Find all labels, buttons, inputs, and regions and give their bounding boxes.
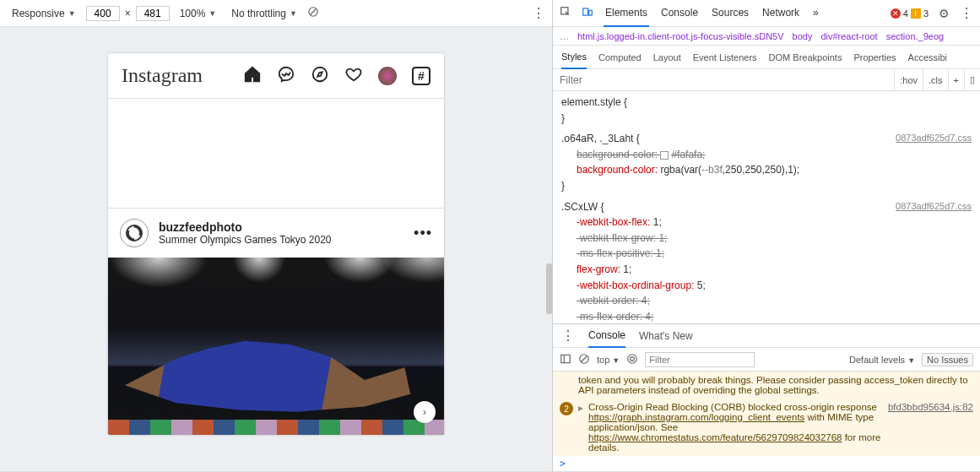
- messenger-icon[interactable]: [277, 65, 295, 86]
- zoom-select[interactable]: 100% ▼: [175, 6, 222, 21]
- styles-pane[interactable]: element.style { } 0873adf625d7.css .o64a…: [553, 91, 980, 323]
- error-count[interactable]: ✕4 !3: [891, 8, 929, 19]
- css-selector[interactable]: element.style {: [561, 95, 972, 111]
- console-link[interactable]: https://www.chromestatus.com/feature/562…: [588, 432, 842, 442]
- drawer-tab-console[interactable]: Console: [588, 324, 625, 348]
- subtab-styles[interactable]: Styles: [561, 46, 587, 69]
- inspect-icon[interactable]: [560, 6, 571, 20]
- hov-toggle[interactable]: :hov: [894, 69, 923, 91]
- console-source-link[interactable]: bfd3bbd95634.js:82: [888, 402, 973, 412]
- subtab-computed[interactable]: Computed: [598, 52, 642, 62]
- instagram-header: Instagram #: [108, 53, 444, 99]
- error-icon: ✕: [891, 8, 901, 19]
- css-declaration[interactable]: background-color: rgba(var(--b3f,250,250…: [561, 162, 972, 178]
- svg-rect-5: [583, 8, 588, 15]
- svg-line-10: [582, 355, 587, 361]
- styles-filter-input[interactable]: [553, 70, 894, 90]
- device-toolbar: Responsive ▼ × 100% ▼ No throttling ▼ ⋮: [0, 0, 552, 27]
- svg-point-12: [628, 354, 637, 363]
- scrollbar[interactable]: [546, 263, 552, 314]
- console-filter-input[interactable]: [645, 352, 755, 367]
- post-image[interactable]: ›: [108, 258, 444, 435]
- device-mode-select[interactable]: Responsive ▼: [7, 6, 81, 21]
- drawer-menu-icon[interactable]: ⋮: [561, 328, 575, 344]
- post-username[interactable]: buzzfeedphoto: [159, 220, 332, 234]
- subtab-dom-breakpoints[interactable]: DOM Breakpoints: [769, 52, 842, 62]
- kebab-menu-icon[interactable]: ⋮: [960, 5, 973, 21]
- throttling-select[interactable]: No throttling ▼: [226, 6, 302, 21]
- console-sidebar-toggle-icon[interactable]: [560, 353, 571, 366]
- styles-more-icon[interactable]: ▯: [964, 69, 980, 91]
- styles-subtabs: Styles Computed Layout Event Listeners D…: [553, 46, 980, 69]
- message-count-badge: 2: [560, 402, 573, 415]
- css-declaration[interactable]: -webkit-order: 4;: [561, 293, 972, 309]
- issues-button[interactable]: No Issues: [922, 353, 973, 366]
- css-declaration[interactable]: background-color: #fafafa;: [561, 147, 972, 163]
- css-declaration[interactable]: flex-grow: 1;: [561, 262, 972, 278]
- expand-icon[interactable]: ▸: [578, 402, 583, 414]
- css-source-link[interactable]: 0873adf625d7.css: [896, 131, 972, 145]
- chevron-down-icon: ▼: [208, 9, 216, 18]
- css-declaration[interactable]: -webkit-flex-grow: 1;: [561, 231, 972, 247]
- settings-icon[interactable]: ⚙: [939, 7, 950, 20]
- devtools-toolbar: Elements Console Sources Network » ✕4 !3…: [553, 0, 980, 27]
- subtab-layout[interactable]: Layout: [653, 52, 681, 62]
- post-location[interactable]: Summer Olympics Games Tokyo 2020: [159, 234, 332, 246]
- chevron-down-icon: ▼: [290, 9, 297, 18]
- console-drawer: ⋮ Console What's New top ▼ Default level…: [553, 323, 980, 471]
- subtab-properties[interactable]: Properties: [853, 52, 896, 62]
- color-swatch[interactable]: [660, 151, 669, 160]
- no-emulation-icon[interactable]: [307, 6, 319, 20]
- live-expression-icon[interactable]: [626, 353, 638, 366]
- post-author-avatar[interactable]: [120, 219, 149, 247]
- viewport-height-input[interactable]: [136, 6, 170, 21]
- feed-post: buzzfeedphoto Summer Olympics Games Toky…: [108, 209, 444, 435]
- profile-avatar[interactable]: [378, 67, 397, 85]
- css-declaration[interactable]: -webkit-box-flex: 1;: [561, 214, 972, 231]
- tab-elements[interactable]: Elements: [604, 0, 649, 27]
- css-declaration[interactable]: -ms-flex-order: 4;: [561, 309, 972, 323]
- svg-line-1: [310, 9, 316, 15]
- subtab-accessibility[interactable]: Accessibi: [908, 52, 947, 62]
- svg-point-11: [631, 356, 635, 361]
- tab-console[interactable]: Console: [659, 0, 700, 27]
- cls-toggle[interactable]: .cls: [923, 69, 948, 91]
- explore-icon[interactable]: [311, 65, 329, 86]
- tabs-overflow[interactable]: »: [811, 0, 820, 27]
- new-rule-button[interactable]: +: [948, 69, 964, 91]
- chevron-down-icon: ▼: [68, 9, 76, 18]
- svg-point-2: [313, 68, 328, 82]
- console-prompt[interactable]: >: [553, 456, 980, 471]
- activity-icon[interactable]: [344, 65, 363, 86]
- dimension-separator: ×: [125, 8, 131, 19]
- device-toggle-icon[interactable]: [582, 6, 593, 20]
- warning-icon: !: [911, 8, 921, 19]
- dom-breadcrumbs[interactable]: … html.js.logged-in.client-root.js-focus…: [553, 27, 980, 46]
- emulated-viewport: Instagram # buzzfeedphoto Summer Olympic…: [0, 27, 552, 471]
- css-declaration[interactable]: -webkit-box-ordinal-group: 5;: [561, 278, 972, 294]
- app-frame: Instagram # buzzfeedphoto Summer Olympic…: [107, 52, 445, 436]
- tab-sources[interactable]: Sources: [710, 0, 750, 27]
- console-message[interactable]: 2 ▸ Cross-Origin Read Blocking (CORB) bl…: [553, 399, 980, 456]
- drawer-tab-whatsnew[interactable]: What's New: [639, 330, 693, 342]
- svg-rect-7: [561, 355, 571, 362]
- kebab-menu-icon[interactable]: ⋮: [532, 5, 545, 21]
- clear-console-icon[interactable]: [578, 353, 590, 366]
- css-declaration[interactable]: -ms-flex-positive: 1;: [561, 246, 972, 262]
- console-message[interactable]: token and you will probably break things…: [553, 372, 980, 399]
- viewport-width-input[interactable]: [86, 6, 120, 21]
- css-source-link[interactable]: 0873adf625d7.css: [896, 199, 972, 214]
- context-select[interactable]: top ▼: [597, 355, 620, 365]
- hashtag-icon[interactable]: #: [412, 67, 430, 85]
- log-levels-select[interactable]: Default levels ▼: [849, 355, 915, 365]
- tab-network[interactable]: Network: [761, 0, 801, 27]
- console-link[interactable]: https://graph.instagram.com/logging_clie…: [588, 412, 804, 422]
- stories-bar[interactable]: [108, 99, 444, 209]
- subtab-event-listeners[interactable]: Event Listeners: [693, 52, 757, 62]
- post-more-button[interactable]: •••: [414, 225, 432, 242]
- svg-rect-6: [589, 10, 593, 15]
- carousel-next-button[interactable]: ›: [414, 401, 436, 423]
- instagram-logo[interactable]: Instagram: [122, 64, 203, 87]
- home-icon[interactable]: [243, 65, 262, 86]
